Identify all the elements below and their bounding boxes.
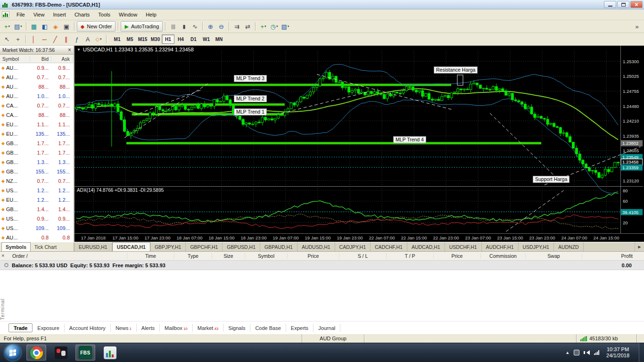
terminal-column-9[interactable]: Commission	[481, 253, 526, 259]
terminal-tab-code-base[interactable]: Code Base	[250, 324, 286, 332]
terminal-tab-alerts[interactable]: Alerts	[137, 324, 160, 332]
chart-system-menu-icon[interactable]	[2, 11, 9, 18]
balance-row[interactable]: Balance: 5 533.93 USD Equity: 5 533.93 F…	[0, 261, 644, 270]
show-desktop-button[interactable]	[639, 343, 644, 362]
timeframe-h4-button[interactable]: H4	[174, 34, 187, 44]
channel-button[interactable]: ∥	[61, 34, 71, 44]
chart-tab-gbpusdh1[interactable]: GBPUSD,H1	[223, 242, 260, 251]
close-icon[interactable]: ×	[68, 47, 71, 53]
terminal-column-2[interactable]: Type	[174, 253, 212, 259]
label-mlp-trend-4[interactable]: MLP Trend 4	[393, 136, 426, 143]
crosshair-button[interactable]: +	[13, 34, 23, 44]
menu-file[interactable]: File	[12, 10, 29, 19]
text-tool-button[interactable]: A	[83, 34, 93, 44]
timeframe-d1-button[interactable]: D1	[187, 34, 200, 44]
chart-tab-gbpaudh1[interactable]: GBPAUD,H1	[260, 242, 297, 251]
terminal-column-0[interactable]: Order /	[7, 253, 127, 259]
toolbar-overflow-button[interactable]: »	[632, 21, 642, 32]
chart-tab-eurusdh1[interactable]: EURUSD,H1	[74, 242, 112, 251]
volume-icon[interactable]	[584, 350, 590, 355]
terminal-tab-mailbox[interactable]: Mailbox10	[160, 324, 193, 332]
tab-scroll-right-button[interactable]: ►	[635, 242, 644, 251]
market-watch-toggle-button[interactable]: ▦	[29, 21, 39, 32]
terminal-column-4[interactable]: Symbol	[245, 253, 288, 259]
label-resistance[interactable]: Resistance Harga	[434, 66, 478, 74]
column-symbol[interactable]: Symbol	[0, 56, 30, 62]
menu-charts[interactable]: Charts	[70, 10, 94, 19]
terminal-tab-market[interactable]: Market43	[193, 324, 224, 332]
market-watch-row[interactable]: ◆US...109...109...	[0, 223, 74, 233]
market-watch-row[interactable]: ◆US...1.2...1.2...	[0, 186, 74, 195]
new-order-button[interactable]: ◆New Order	[77, 21, 116, 32]
chart-tab-gbpjpyh1[interactable]: GBPJPY,H1	[150, 242, 186, 251]
tray-flag-icon[interactable]	[574, 350, 579, 355]
templates-button[interactable]: ▧▾	[280, 21, 290, 32]
terminal-tab-journal[interactable]: Journal	[314, 324, 340, 332]
line-chart-mode-button[interactable]: ∿	[190, 21, 200, 32]
market-watch-row[interactable]: ◆US...0.9...0.9...	[0, 214, 74, 223]
terminal-column-11[interactable]: Profit	[582, 253, 644, 259]
trendline-button[interactable]: ╱	[50, 34, 60, 44]
periods-button[interactable]: ◷▾	[269, 21, 279, 32]
network-icon[interactable]	[594, 350, 599, 355]
market-watch-row[interactable]: ◆EU...1.2...1.2...	[0, 195, 74, 205]
terminal-toggle-button[interactable]: ▣	[61, 21, 72, 32]
market-watch-row[interactable]: ◆GB...1.7...1.7...	[0, 148, 74, 157]
collapse-triangle-icon[interactable]: ▼	[77, 48, 81, 52]
restore-button[interactable]	[617, 1, 629, 8]
navigator-toggle-button[interactable]: ◈	[50, 21, 61, 32]
market-watch-row[interactable]: ◆CA...88...88...	[0, 110, 74, 120]
horizontal-line-button[interactable]: ─	[39, 34, 50, 44]
terminal-column-3[interactable]: Size	[212, 253, 245, 259]
auto-scroll-button[interactable]: ⇉	[231, 21, 242, 32]
market-watch-row[interactable]: ◆NZ...0.7...0.7...	[0, 176, 74, 186]
close-icon[interactable]: ×	[1, 253, 4, 258]
terminal-tab-signals[interactable]: Signals	[223, 324, 250, 332]
autotrading-button[interactable]: ▶AutoTrading	[121, 21, 163, 32]
terminal-tab-news[interactable]: News1	[111, 324, 137, 332]
chart-tab-usdjpyh1[interactable]: USDJPY,H1	[519, 242, 554, 251]
profiles-button[interactable]: ▤▾	[13, 21, 24, 32]
data-window-toggle-button[interactable]: ◧	[40, 21, 50, 32]
column-bid[interactable]: Bid	[30, 56, 51, 62]
chart-shift-button[interactable]: ⇄	[242, 21, 253, 32]
menu-window[interactable]: Window	[115, 10, 141, 19]
time-axis[interactable]: 17 Jan 201817 Jan 15:0017 Jan 23:0018 Ja…	[74, 233, 644, 242]
fibonacci-button[interactable]: ƒ	[72, 34, 82, 44]
menu-view[interactable]: View	[29, 10, 49, 19]
terminal-column-8[interactable]: Price	[434, 253, 481, 259]
terminal-column-1[interactable]: Time	[127, 253, 174, 259]
chart-tab-audusdh1[interactable]: AUDUSD,H1	[297, 242, 335, 251]
chart-tab-usdcadh1[interactable]: USDCAD,H1	[112, 242, 150, 251]
vertical-line-button[interactable]: │	[28, 34, 39, 44]
terminal-column-7[interactable]: T / P	[387, 253, 434, 259]
column-ask[interactable]: Ask	[51, 56, 73, 62]
arrows-tool-button[interactable]: ◇▾	[93, 34, 104, 44]
chart-tab-audchfh1[interactable]: AUDCHF,H1	[482, 242, 519, 251]
market-watch-row[interactable]: ◆EU...135...135...	[0, 129, 74, 139]
market-watch-row[interactable]: ◆GB...1.4...1.4...	[0, 205, 74, 214]
start-button[interactable]	[5, 345, 21, 361]
market-watch-row[interactable]: ◆EU...1.1...1.1...	[0, 120, 74, 129]
terminal-tab-account-history[interactable]: Account History	[65, 324, 111, 332]
label-mlp-trend-3[interactable]: MLP Trend 3	[234, 75, 267, 82]
taskbar-chart-app-button[interactable]	[100, 345, 120, 361]
market-watch-row[interactable]: ◆AU...1.0...1.0...	[0, 91, 74, 101]
menu-help[interactable]: Help	[141, 10, 161, 19]
chart-tab-audcadh1[interactable]: AUDCAD,H1	[407, 242, 445, 251]
new-chart-button[interactable]: +▾	[2, 21, 12, 32]
timeframe-m1-button[interactable]: M1	[111, 34, 124, 44]
status-connection[interactable]: 45183/30 kb	[576, 334, 636, 343]
timeframe-m30-button[interactable]: M30	[149, 34, 162, 44]
market-watch-row[interactable]: ◆AU...0.7...0.7...	[0, 73, 74, 82]
terminal-column-5[interactable]: Price	[288, 253, 339, 259]
market-watch-row[interactable]: ◆AU...0.9...0.9...	[0, 63, 74, 73]
menu-tools[interactable]: Tools	[94, 10, 115, 19]
timeframe-m5-button[interactable]: M5	[124, 34, 136, 44]
show-hidden-icons-button[interactable]: ▲	[565, 350, 570, 355]
terminal-tab-exposure[interactable]: Exposure	[33, 324, 64, 332]
market-watch-row[interactable]: ◆AU...0.80.8	[0, 233, 74, 242]
bar-chart-mode-button[interactable]: |||	[168, 21, 178, 32]
timeframe-m15-button[interactable]: M15	[136, 34, 149, 44]
taskbar-clock[interactable]: 10:37 PM 24/1/2018	[603, 346, 632, 359]
